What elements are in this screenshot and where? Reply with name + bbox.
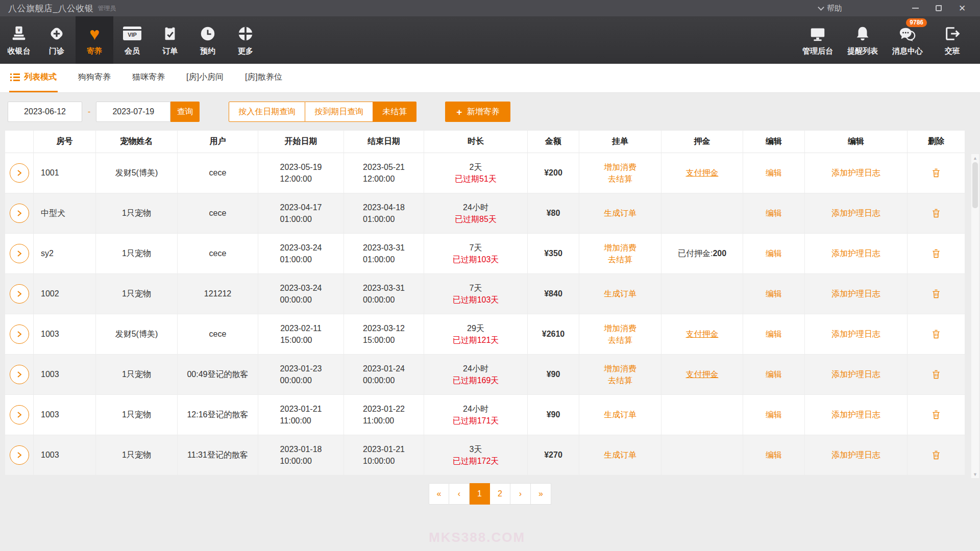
last-page-button[interactable]: »	[531, 483, 551, 505]
user-cell[interactable]: 00:49登记的散客	[178, 355, 258, 395]
nav-item-cashier[interactable]: ¥ 收银台	[0, 16, 38, 64]
pay-deposit-link[interactable]: 支付押金	[686, 328, 719, 340]
delete-button[interactable]	[931, 329, 941, 339]
edit-link[interactable]: 编辑	[766, 247, 782, 259]
expand-row-button[interactable]	[10, 405, 29, 424]
unsettled-button[interactable]: 未结算	[373, 102, 416, 122]
tab-dog-boarding[interactable]: 狗狗寄养	[77, 64, 112, 92]
nav-item-reminders[interactable]: 提醒列表	[840, 16, 885, 64]
delete-button[interactable]	[931, 289, 941, 299]
nav-item-orders[interactable]: 订单	[151, 16, 189, 64]
delete-button[interactable]	[931, 450, 941, 460]
query-by-due-button[interactable]: 按到期日查询	[305, 102, 373, 122]
add-care-log-link[interactable]: 添加护理日志	[831, 449, 880, 461]
nav-item-appointments[interactable]: 预约	[189, 16, 227, 64]
tab-free-range[interactable]: [房]散养位	[244, 64, 283, 92]
table-scrollbar[interactable]: ▲ ▼	[971, 154, 979, 478]
add-care-log-link[interactable]: 添加护理日志	[831, 409, 880, 420]
chevron-right-icon	[16, 411, 23, 418]
help-menu[interactable]: 帮助	[819, 4, 842, 13]
delete-button[interactable]	[931, 248, 941, 259]
scroll-up-icon[interactable]: ▲	[971, 154, 979, 162]
expand-row-button[interactable]	[10, 244, 29, 263]
start-date-input[interactable]	[8, 102, 82, 122]
nav-item-more[interactable]: 更多	[227, 16, 264, 64]
pay-deposit-link[interactable]: 支付押金	[686, 368, 719, 380]
tab-cat-boarding[interactable]: 猫咪寄养	[131, 64, 166, 92]
nav-item-members[interactable]: VIP 会员	[113, 16, 151, 64]
nav-item-message-center[interactable]: 9786 消息中心	[885, 16, 930, 64]
scroll-down-icon[interactable]: ▼	[971, 470, 979, 478]
nav-item-admin-backend[interactable]: 管理后台	[795, 16, 840, 64]
bell-icon	[854, 24, 871, 43]
add-care-log-link[interactable]: 添加护理日志	[831, 288, 880, 299]
expand-row-button[interactable]	[10, 284, 29, 304]
add-boarding-button[interactable]: + 新增寄养	[445, 102, 510, 122]
nav-item-boarding[interactable]: ♥ 寄养	[76, 16, 113, 64]
order-action-link[interactable]: 生成订单	[604, 409, 636, 420]
expand-row-button[interactable]	[10, 445, 29, 465]
order-action-link[interactable]: 去结算	[608, 334, 632, 346]
edit-link[interactable]: 编辑	[766, 288, 782, 299]
nav-item-shift-change[interactable]: 交班	[930, 16, 975, 64]
close-button[interactable]: ✕	[950, 0, 974, 16]
user-cell[interactable]: 11:31登记的散客	[178, 435, 258, 475]
duration-cell: 24小时已过期85天	[424, 193, 528, 234]
order-action-link[interactable]: 增加消费	[604, 363, 636, 374]
user-cell[interactable]: cece	[178, 234, 258, 274]
start-cell: 2023-03-2400:00:00	[258, 274, 344, 314]
page-button-2[interactable]: 2	[490, 483, 510, 505]
order-action-link[interactable]: 生成订单	[604, 449, 636, 461]
order-action-link[interactable]: 增加消费	[604, 322, 636, 334]
edit-link[interactable]: 编辑	[766, 368, 782, 380]
delete-button[interactable]	[931, 208, 941, 218]
order-action-link[interactable]: 生成订单	[604, 207, 636, 219]
user-cell[interactable]: 12:16登记的散客	[178, 395, 258, 435]
expand-row-button[interactable]	[10, 365, 29, 384]
edit-link[interactable]: 编辑	[766, 167, 782, 179]
first-page-button[interactable]: «	[429, 483, 449, 505]
edit-link[interactable]: 编辑	[766, 409, 782, 420]
expand-row-button[interactable]	[10, 163, 29, 183]
add-care-log-link[interactable]: 添加护理日志	[831, 368, 880, 380]
maximize-button[interactable]	[927, 0, 950, 16]
next-page-button[interactable]: ›	[510, 483, 531, 505]
order-action-link[interactable]: 去结算	[608, 374, 632, 386]
edit-link[interactable]: 编辑	[766, 328, 782, 340]
prev-page-button[interactable]: ‹	[449, 483, 470, 505]
add-care-log-link[interactable]: 添加护理日志	[831, 167, 880, 179]
tab-small-rooms[interactable]: [房]小房间	[185, 64, 225, 92]
order-action-link[interactable]: 增加消费	[604, 242, 636, 254]
delete-button[interactable]	[931, 168, 941, 178]
user-cell[interactable]: cece	[178, 193, 258, 234]
tab-list-mode[interactable]: 列表模式	[9, 64, 58, 92]
search-button[interactable]: 查询	[170, 102, 200, 122]
user-cell[interactable]: 121212	[178, 274, 258, 314]
order-action-link[interactable]: 去结算	[608, 173, 632, 185]
user-cell[interactable]: cece	[178, 314, 258, 355]
edit-cell: 编辑	[743, 234, 805, 274]
order-action-link[interactable]: 增加消费	[604, 161, 636, 173]
scrollbar-thumb[interactable]	[972, 162, 978, 208]
delete-button[interactable]	[931, 410, 941, 420]
add-care-log-link[interactable]: 添加护理日志	[831, 247, 880, 259]
add-care-log-link[interactable]: 添加护理日志	[831, 328, 880, 340]
order-action-link[interactable]: 去结算	[608, 254, 632, 265]
nav-item-clinic[interactable]: 门诊	[38, 16, 76, 64]
pay-deposit-link[interactable]: 支付押金	[686, 167, 719, 179]
user-cell[interactable]: cece	[178, 153, 258, 193]
edit-link[interactable]: 编辑	[766, 449, 782, 461]
end-date-input[interactable]	[96, 102, 170, 122]
plus-icon: +	[456, 107, 462, 117]
query-by-checkin-button[interactable]: 按入住日期查询	[229, 102, 305, 122]
add-care-log-link[interactable]: 添加护理日志	[831, 207, 880, 219]
delete-button[interactable]	[931, 369, 941, 380]
expand-row-button[interactable]	[10, 204, 29, 223]
delete-cell	[908, 274, 965, 314]
minimize-button[interactable]	[903, 0, 927, 16]
start-date: 2023-01-18	[280, 445, 322, 454]
expand-row-button[interactable]	[10, 324, 29, 344]
order-action-link[interactable]: 生成订单	[604, 288, 636, 299]
edit-link[interactable]: 编辑	[766, 207, 782, 219]
page-button-1[interactable]: 1	[470, 483, 490, 505]
